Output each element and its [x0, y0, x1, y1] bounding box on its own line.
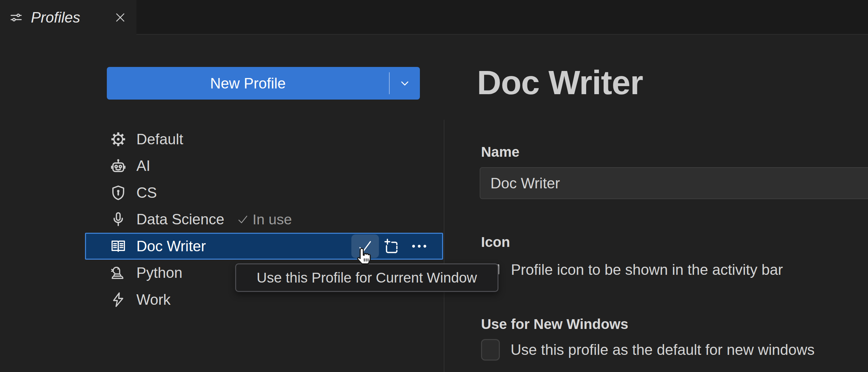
name-section-label: Name	[481, 144, 519, 160]
shield-keyhole-icon	[110, 184, 127, 201]
new-profile-button[interactable]: New Profile	[107, 67, 389, 99]
profile-row-default[interactable]: Default	[85, 126, 443, 153]
profiles-editor-window: Profiles New Profile	[0, 0, 868, 372]
in-use-badge-label: In use	[253, 211, 292, 228]
new-window-plus-icon	[383, 237, 401, 255]
profile-label: CS	[136, 184, 157, 201]
profile-label: Data Science	[136, 211, 224, 228]
in-use-badge: In use	[237, 211, 292, 228]
profile-label: Work	[136, 291, 170, 308]
new-windows-section-label: Use for New Windows	[481, 316, 628, 332]
gear-icon	[110, 131, 127, 148]
panel-splitter[interactable]	[444, 120, 444, 372]
pointer-hand-cursor	[355, 247, 374, 268]
open-new-window-with-profile-button[interactable]	[383, 237, 401, 255]
open-book-icon	[110, 238, 127, 255]
profile-label: Default	[136, 131, 183, 148]
tab-title: Profiles	[31, 9, 80, 26]
snake-icon	[110, 264, 127, 281]
profile-label: AI	[136, 158, 151, 174]
icon-section-label: Icon	[481, 234, 510, 250]
profile-name-input[interactable]	[480, 167, 868, 199]
new-profile-label: New Profile	[210, 75, 286, 92]
profile-detail-title: Doc Writer	[477, 65, 643, 99]
tooltip-text: Use this Profile for Current Window	[257, 270, 477, 286]
microphone-icon	[110, 211, 127, 228]
default-profile-checkbox[interactable]	[481, 339, 500, 361]
icon-description: Profile icon to be shown in the activity…	[511, 261, 783, 278]
new-profile-split-button: New Profile	[107, 67, 420, 99]
new-profile-dropdown-button[interactable]	[390, 67, 420, 99]
profile-label: Doc Writer	[136, 238, 206, 255]
profile-row-data-science[interactable]: Data Science In use	[85, 206, 443, 233]
check-icon	[237, 213, 249, 226]
sliders-icon	[9, 11, 23, 24]
tab-profiles[interactable]: Profiles	[0, 0, 136, 35]
more-actions-button[interactable]	[411, 238, 427, 254]
profile-row-cs[interactable]: CS	[85, 179, 443, 206]
robot-icon	[110, 158, 127, 174]
chevron-down-icon	[398, 77, 411, 90]
close-icon[interactable]	[114, 11, 127, 24]
default-profile-checkbox-row: Use this profile as the default for new …	[481, 339, 814, 361]
profile-row-ai[interactable]: AI	[85, 153, 443, 180]
icon-picker-row[interactable]: Profile icon to be shown in the activity…	[485, 261, 783, 279]
lightning-bolt-icon	[110, 291, 127, 308]
default-profile-checkbox-label: Use this profile as the default for new …	[510, 341, 814, 358]
profile-label: Python	[136, 264, 182, 281]
profile-row-doc-writer[interactable]: Doc Writer	[85, 233, 443, 260]
ellipsis-icon	[411, 238, 427, 254]
